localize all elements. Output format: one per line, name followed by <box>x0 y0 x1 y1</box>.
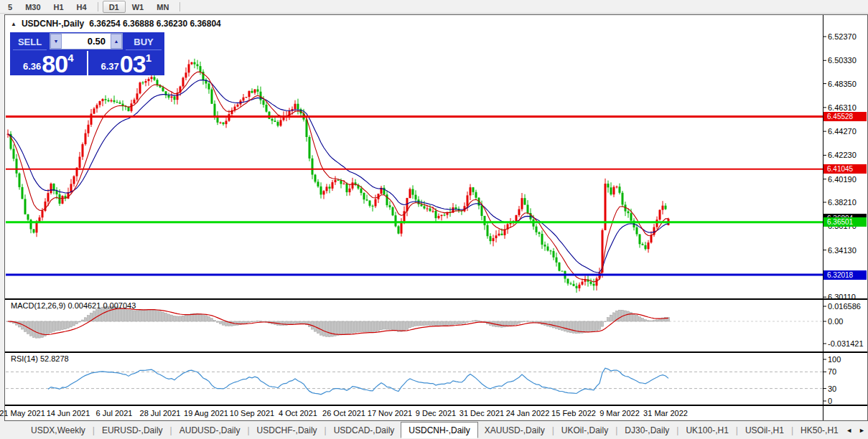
tab-uk100-h1[interactable]: UK100-,H1 <box>679 423 734 438</box>
timeframe-button-5[interactable]: 5 <box>1 1 19 13</box>
date-axis-label: 10 Sep 2021 <box>230 409 274 417</box>
macd-axis-tick: 0.00 <box>828 317 843 326</box>
toolbar-separator <box>179 2 180 11</box>
timeframe-button-w1[interactable]: W1 <box>126 1 151 13</box>
arrow-up-icon: ▲ <box>114 39 119 44</box>
buy-price-main: 03 <box>120 54 146 74</box>
buy-price-prefix: 6.37 <box>101 61 119 72</box>
sell-button[interactable]: SELL <box>10 32 50 51</box>
date-axis-label: 17 Nov 2021 <box>368 409 412 417</box>
date-axis-label: 6 Jul 2021 <box>96 409 133 417</box>
buy-price-display[interactable]: 6.37 03 1 <box>88 51 165 75</box>
timeframe-button-mn[interactable]: MN <box>150 1 175 13</box>
tab-hk50-h1[interactable]: HK50-,H1 <box>794 423 845 438</box>
chart-ohlc-values: 6.36254 6.36888 6.36230 6.36804 <box>89 19 221 29</box>
timeframe-button-h1[interactable]: H1 <box>47 1 70 13</box>
tab-usdcad-daily[interactable]: USDCAD-,Daily <box>327 423 401 438</box>
price-level-badge: 6.45528 <box>823 112 867 121</box>
date-axis-label: 28 Jul 2021 <box>140 409 181 417</box>
timeframe-toolbar: 5M30H1H4D1W1MN <box>0 0 868 14</box>
tab-usdx-weekly[interactable]: USDX,Weekly <box>24 423 92 438</box>
buy-price-pip: 1 <box>146 52 151 64</box>
rsi-axis-tick: 100 <box>828 355 841 364</box>
collapse-panel-icon[interactable]: ▲ <box>11 21 17 27</box>
date-axis-label: 31 Mar 2022 <box>643 409 688 417</box>
date-axis-label: 19 Aug 2021 <box>184 409 228 417</box>
macd-axis-tick: 0.016586 <box>828 302 861 311</box>
chart-title: ▲ USDCNH-,Daily 6.36254 6.36888 6.36230 … <box>11 19 221 29</box>
tab-separator: | <box>170 425 172 435</box>
date-axis-label: 24 Jan 2022 <box>506 409 550 417</box>
volume-input[interactable]: 0.50 <box>62 34 111 49</box>
tab-eurusd-daily[interactable]: EURUSD-,Daily <box>95 423 169 438</box>
sell-price-main: 80 <box>42 54 67 74</box>
price-level-badge: 6.36501 <box>823 217 867 227</box>
rsi-axis-tick: 30 <box>828 384 836 393</box>
tab-dj30-daily[interactable]: DJ30-,Daily <box>618 423 676 438</box>
tab-separator: | <box>93 425 95 435</box>
sell-price-prefix: 6.36 <box>23 61 41 72</box>
rsi-axis-tick: 0 <box>828 397 832 405</box>
price-axis-tick: 6.38210 <box>828 198 857 207</box>
date-axis-label: 4 Oct 2021 <box>279 409 317 417</box>
price-level-badge: 6.32018 <box>823 270 867 280</box>
date-axis-label: 14 Jun 2021 <box>47 409 90 417</box>
date-axis-label: 26 Oct 2021 <box>322 409 365 417</box>
buy-button[interactable]: BUY <box>123 32 164 51</box>
toolbar-separator <box>98 2 98 11</box>
one-click-trade-panel: SELL ▼ 0.50 ▲ BUY 6.36 80 4 6.37 03 <box>10 32 164 75</box>
volume-spinner: ▼ 0.50 ▲ <box>50 33 123 49</box>
timeframe-button-m30[interactable]: M30 <box>19 1 47 13</box>
price-level-badge: 6.41045 <box>823 164 867 174</box>
rsi-axis-tick: 70 <box>828 367 836 376</box>
tab-separator: | <box>791 425 793 435</box>
price-axis-tick: 6.42230 <box>828 151 857 159</box>
price-axis-tick: 6.44270 <box>828 127 857 136</box>
price-axis-tick: 6.40190 <box>828 175 857 184</box>
price-axis-tick: 6.46310 <box>828 103 857 112</box>
tab-xauusd-daily[interactable]: XAUUSD-,Daily <box>478 423 551 438</box>
chart-symbol-label: USDCNH-,Daily <box>22 19 84 29</box>
timeframe-button-h4[interactable]: H4 <box>70 1 93 13</box>
date-axis-label: 9 Mar 2022 <box>599 409 640 417</box>
tab-usdcnh-daily[interactable]: USDCNH-,Daily <box>401 422 477 438</box>
price-axis-tick: 6.50330 <box>828 56 857 65</box>
macd-indicator-label: MACD(12,26,9) 0.004621 0.007043 <box>11 301 136 310</box>
date-axis-label: 9 Dec 2021 <box>416 409 456 417</box>
macd-axis-tick: -0.031421 <box>828 339 864 348</box>
tab-audusd-daily[interactable]: AUDUSD-,Daily <box>173 423 247 438</box>
tab-separator: | <box>552 425 554 435</box>
date-axis-label: 31 Dec 2021 <box>459 409 504 417</box>
sell-price-pip: 4 <box>67 52 73 64</box>
arrow-down-icon: ▼ <box>54 39 59 44</box>
tab-scroll-left-icon[interactable]: ◄ <box>846 427 852 434</box>
chart-window: ▲ USDCNH-,Daily 6.36254 6.36888 6.36230 … <box>4 14 868 421</box>
date-axis-label: 15 Feb 2022 <box>551 409 596 417</box>
date-axis-label: 21 May 2021 <box>0 409 45 417</box>
price-axis-tick: 6.34130 <box>828 246 857 255</box>
tab-scroll-right-icon[interactable]: ► <box>859 427 865 434</box>
tab-usoil-h1[interactable]: USOil-,H1 <box>739 423 790 438</box>
sell-price-display[interactable]: 6.36 80 4 <box>10 51 87 75</box>
timeframe-button-d1[interactable]: D1 <box>103 1 126 13</box>
price-axis-tick: 6.30110 <box>828 293 856 301</box>
tab-usdchf-daily[interactable]: USDCHF-,Daily <box>251 423 324 438</box>
volume-increase-button[interactable]: ▲ <box>111 34 122 49</box>
tab-separator: | <box>676 425 678 435</box>
tab-separator: | <box>736 425 738 435</box>
price-axis-tick: 6.48350 <box>828 80 857 88</box>
tab-scroll-arrows: ◄ ► <box>846 427 865 434</box>
tab-ukoil-daily[interactable]: UKOil-,Daily <box>555 423 615 438</box>
price-axis-tick: 6.52370 <box>828 32 857 41</box>
rsi-indicator-label: RSI(14) 52.8278 <box>11 354 69 363</box>
tab-separator: | <box>247 425 249 435</box>
tab-separator: | <box>615 425 617 435</box>
symbol-tabbar: USDX,Weekly|EURUSD-,Daily|AUDUSD-,Daily|… <box>0 422 868 439</box>
volume-decrease-button[interactable]: ▼ <box>50 34 62 49</box>
tab-separator: | <box>325 425 327 435</box>
